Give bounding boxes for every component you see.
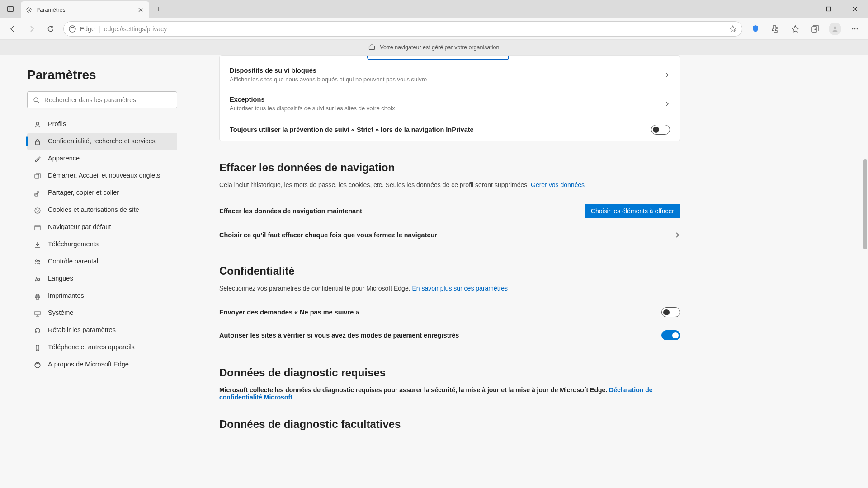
svg-point-28 bbox=[37, 349, 38, 350]
printer-icon bbox=[33, 292, 42, 300]
sidebar-item-label: À propos de Microsoft Edge bbox=[48, 360, 129, 369]
svg-point-23 bbox=[38, 260, 39, 262]
row-subtitle: Autoriser tous les dispositifs de suivi … bbox=[230, 105, 664, 112]
sidebar-item-label: Démarrer, Accueil et nouveaux onglets bbox=[48, 171, 160, 180]
browser-icon bbox=[33, 224, 42, 232]
phone-icon bbox=[33, 344, 42, 352]
sidebar-item-label: Téléphone et autres appareils bbox=[48, 343, 135, 352]
svg-rect-3 bbox=[827, 7, 831, 11]
payment-check-toggle[interactable] bbox=[661, 330, 680, 340]
lock-icon bbox=[33, 138, 42, 146]
sidebar-item-phone[interactable]: Téléphone et autres appareils bbox=[27, 339, 177, 356]
strict-inprivate-toggle[interactable] bbox=[651, 125, 670, 135]
edge-logo-icon bbox=[68, 25, 76, 33]
svg-rect-15 bbox=[35, 174, 39, 178]
sidebar-item-start[interactable]: Démarrer, Accueil et nouveaux onglets bbox=[27, 167, 177, 184]
org-banner-text: Votre navigateur est géré par votre orga… bbox=[380, 44, 499, 51]
svg-rect-14 bbox=[36, 141, 40, 145]
sidebar-item-label: Langues bbox=[48, 274, 73, 283]
tracking-level-selected-indicator bbox=[367, 56, 509, 60]
svg-rect-11 bbox=[369, 46, 375, 50]
svg-point-8 bbox=[852, 28, 854, 29]
section-description: Microsoft collecte les données de diagno… bbox=[219, 386, 680, 401]
share-icon bbox=[33, 189, 42, 197]
sidebar-item-share[interactable]: Partager, copier et coller bbox=[27, 184, 177, 202]
extensions-icon[interactable] bbox=[766, 20, 785, 38]
collections-icon[interactable] bbox=[806, 20, 825, 38]
payment-check-row: Autoriser les sites à vérifier si vous a… bbox=[219, 324, 680, 347]
privacy-learn-more-link[interactable]: En savoir plus sur ces paramètres bbox=[412, 285, 508, 292]
system-icon bbox=[33, 310, 42, 318]
profile-button[interactable] bbox=[826, 20, 844, 38]
search-icon bbox=[33, 97, 40, 103]
sidebar-item-languages[interactable]: Langues bbox=[27, 270, 177, 287]
back-button[interactable] bbox=[4, 20, 22, 38]
tab-actions-button[interactable] bbox=[0, 0, 21, 18]
section-description: Cela inclut l'historique, les mots de pa… bbox=[219, 181, 680, 188]
sidebar-item-label: Système bbox=[48, 309, 73, 318]
sidebar-item-privacy[interactable]: Confidentialité, recherche et services bbox=[27, 133, 177, 150]
tracking-shield-icon[interactable] bbox=[746, 20, 765, 38]
row-subtitle: Afficher les sites que nous avons bloqué… bbox=[230, 76, 664, 83]
clear-on-close-row[interactable]: Choisir ce qu'il faut effacer chaque foi… bbox=[219, 225, 680, 245]
svg-point-13 bbox=[36, 122, 39, 125]
do-not-track-toggle[interactable] bbox=[661, 307, 680, 317]
edge-icon bbox=[33, 361, 42, 369]
sidebar-item-cookies[interactable]: Cookies et autorisations de site bbox=[27, 202, 177, 219]
blocked-trackers-row[interactable]: Dispositifs de suivi bloqués Afficher le… bbox=[220, 60, 680, 89]
settings-main: Dispositifs de suivi bloqués Afficher le… bbox=[183, 55, 868, 488]
scrollbar-thumb[interactable] bbox=[863, 159, 867, 249]
forward-button[interactable] bbox=[23, 20, 41, 38]
exceptions-row[interactable]: Exceptions Autoriser tous les dispositif… bbox=[220, 89, 680, 118]
address-bar[interactable]: Edge | edge://settings/privacy + bbox=[63, 21, 742, 37]
svg-point-22 bbox=[36, 260, 38, 262]
sidebar-item-reset[interactable]: Rétablir les paramètres bbox=[27, 322, 177, 339]
avatar-icon bbox=[829, 23, 841, 35]
browser-tab[interactable]: Paramètres bbox=[21, 1, 149, 18]
choose-what-to-clear-button[interactable]: Choisir les éléments à effacer bbox=[585, 204, 680, 218]
svg-point-7 bbox=[834, 26, 836, 29]
close-window-button[interactable] bbox=[842, 0, 868, 18]
svg-point-20 bbox=[37, 211, 38, 212]
manage-data-link[interactable]: Gérer vos données bbox=[531, 181, 585, 188]
clear-browsing-data-section: Effacer les données de navigation Cela i… bbox=[219, 161, 680, 245]
vertical-scrollbar[interactable] bbox=[861, 55, 868, 488]
required-diagnostics-section: Données de diagnostic requises Microsoft… bbox=[219, 366, 680, 401]
minimize-button[interactable] bbox=[789, 0, 816, 18]
svg-point-4 bbox=[69, 26, 75, 32]
reload-button[interactable] bbox=[42, 20, 60, 38]
titlebar: Paramètres bbox=[0, 0, 868, 18]
address-url: edge://settings/privacy bbox=[104, 25, 167, 33]
svg-point-10 bbox=[857, 28, 858, 29]
section-title: Données de diagnostic facultatives bbox=[219, 418, 680, 431]
sidebar-item-label: Confidentialité, recherche et services bbox=[48, 137, 156, 146]
tab-close-button[interactable] bbox=[137, 6, 145, 14]
favorites-icon[interactable] bbox=[786, 20, 805, 38]
sidebar-item-profiles[interactable]: Profils bbox=[27, 116, 177, 133]
privacy-section: Confidentialité Sélectionnez vos paramèt… bbox=[219, 265, 680, 347]
sidebar-item-label: Contrôle parental bbox=[48, 257, 98, 266]
svg-point-18 bbox=[36, 209, 37, 210]
row-title: Toujours utiliser la prévention de suivi… bbox=[230, 126, 651, 133]
chevron-right-icon bbox=[674, 232, 680, 238]
maximize-button[interactable] bbox=[816, 0, 842, 18]
sidebar-item-printers[interactable]: Imprimantes bbox=[27, 287, 177, 305]
download-icon bbox=[33, 241, 42, 249]
sidebar-item-about[interactable]: À propos de Microsoft Edge bbox=[27, 356, 177, 373]
sidebar-item-default-browser[interactable]: Navigateur par défaut bbox=[27, 219, 177, 236]
sidebar-item-system[interactable]: Système bbox=[27, 305, 177, 322]
row-title: Dispositifs de suivi bloqués bbox=[230, 67, 664, 74]
svg-rect-16 bbox=[35, 193, 38, 196]
optional-diagnostics-section: Données de diagnostic facultatives bbox=[219, 418, 680, 431]
sidebar-item-downloads[interactable]: Téléchargements bbox=[27, 236, 177, 253]
new-tab-button[interactable] bbox=[149, 0, 167, 18]
sidebar-item-family[interactable]: Contrôle parental bbox=[27, 253, 177, 270]
favorite-star-icon[interactable]: + bbox=[728, 24, 737, 33]
row-title: Exceptions bbox=[230, 96, 664, 103]
settings-search[interactable] bbox=[27, 91, 177, 108]
settings-search-input[interactable] bbox=[44, 96, 171, 103]
svg-point-17 bbox=[35, 208, 40, 213]
section-title: Données de diagnostic requises bbox=[219, 366, 680, 379]
menu-button[interactable] bbox=[845, 20, 864, 38]
sidebar-item-appearance[interactable]: Apparence bbox=[27, 150, 177, 167]
